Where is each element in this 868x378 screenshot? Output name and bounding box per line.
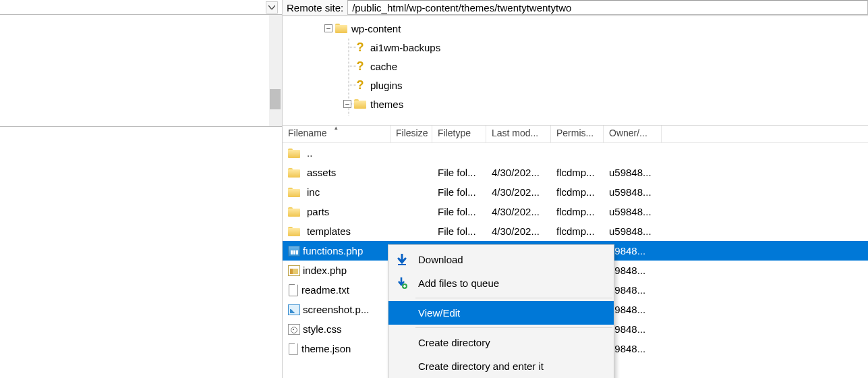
css-icon — [288, 324, 300, 335]
add-to-queue-icon — [395, 277, 409, 290]
file-list-header[interactable]: ▴ Filename Filesize Filetype Last mod...… — [283, 126, 868, 143]
folder-icon — [288, 207, 300, 217]
txt-icon — [288, 284, 299, 296]
column-filename[interactable]: ▴ Filename — [283, 126, 390, 142]
file-type: File fol... — [432, 225, 486, 237]
menu-view-edit-label: View/Edit — [418, 307, 460, 319]
tree-node-label: wp-content — [351, 23, 401, 34]
file-permissions: flcdmp... — [551, 167, 604, 178]
local-tree[interactable] — [0, 15, 282, 126]
folder-icon — [335, 24, 347, 33]
tree-node-label: cache — [370, 61, 397, 72]
tree-node-themes[interactable]: −themes — [283, 94, 868, 113]
file-icon — [288, 343, 299, 355]
local-file-list[interactable] — [0, 126, 282, 378]
file-owner: u59848... — [604, 186, 662, 198]
file-name: .. — [307, 147, 312, 159]
file-type: File fol... — [432, 186, 486, 198]
file-row[interactable]: partsFile fol...4/30/202...flcdmp...u598… — [283, 202, 868, 221]
file-owner: u59848... — [604, 167, 662, 178]
file-permissions: flcdmp... — [551, 206, 604, 217]
expander-icon[interactable]: − — [343, 100, 351, 108]
file-row[interactable]: .. — [283, 143, 868, 163]
column-filename-label: Filename — [288, 128, 327, 138]
tree-node-cache[interactable]: ?cache — [283, 57, 868, 76]
file-name: index.php — [303, 265, 347, 276]
file-modified: 4/30/202... — [486, 186, 551, 198]
tree-node-label: ai1wm-backups — [370, 42, 440, 53]
menu-download-label: Download — [418, 254, 463, 265]
remote-tree[interactable]: −wp-content?ai1wm-backups?cache?plugins−… — [283, 16, 868, 126]
menu-create-directory-enter-label: Create directory and enter it — [418, 360, 544, 372]
file-name: parts — [307, 206, 329, 217]
tree-node-wp-content[interactable]: −wp-content — [283, 19, 868, 38]
file-permissions: flcdmp... — [551, 186, 604, 198]
file-owner: u59848... — [604, 206, 662, 217]
local-site-bar — [0, 0, 282, 15]
tree-node-ai1wm-backups[interactable]: ?ai1wm-backups — [283, 38, 868, 57]
remote-site-bar: Remote site: — [283, 0, 868, 16]
file-type: File fol... — [432, 206, 486, 217]
file-modified: 4/30/202... — [486, 167, 551, 178]
remote-path-input[interactable] — [347, 0, 868, 15]
local-path-dropdown[interactable] — [266, 1, 278, 14]
menu-separator — [415, 327, 612, 328]
sort-ascending-icon: ▴ — [335, 126, 338, 131]
column-filetype[interactable]: Filetype — [432, 126, 486, 142]
file-name: style.css — [303, 323, 342, 335]
expander-icon[interactable]: − — [324, 24, 332, 32]
folder-icon — [354, 99, 366, 109]
unknown-icon: ? — [354, 60, 366, 72]
menu-create-directory-enter[interactable]: Create directory and enter it — [388, 354, 614, 378]
tree-node-plugins[interactable]: ?plugins — [283, 76, 868, 94]
menu-add-to-queue[interactable]: Add files to queue — [388, 271, 614, 295]
menu-download[interactable]: Download — [388, 248, 614, 271]
file-permissions: flcdmp... — [551, 225, 604, 237]
folder-icon — [288, 168, 300, 178]
column-owner[interactable]: Owner/... — [604, 126, 662, 142]
php2-icon — [288, 265, 300, 276]
file-name: readme.txt — [301, 284, 349, 296]
folder-icon — [288, 227, 300, 236]
svg-rect-6 — [398, 264, 406, 265]
menu-create-directory[interactable]: Create directory — [388, 331, 614, 354]
file-name: assets — [307, 167, 336, 178]
file-owner: u59848... — [604, 225, 662, 237]
file-row[interactable]: incFile fol...4/30/202...flcdmp...u59848… — [283, 182, 868, 202]
column-last-modified[interactable]: Last mod... — [486, 126, 551, 142]
menu-add-to-queue-label: Add files to queue — [418, 277, 499, 289]
file-modified: 4/30/202... — [486, 206, 551, 217]
local-tree-scrollbar[interactable] — [269, 15, 281, 126]
file-type: File fol... — [432, 167, 486, 178]
context-menu[interactable]: Download Add files to queue View/Edit Cr… — [388, 244, 614, 378]
file-name: templates — [307, 225, 351, 237]
unknown-icon: ? — [354, 79, 366, 91]
tree-node-label: plugins — [370, 80, 403, 91]
php-icon — [288, 246, 300, 256]
img-icon — [288, 304, 300, 315]
column-filesize[interactable]: Filesize — [390, 126, 432, 142]
file-modified: 4/30/202... — [486, 225, 551, 237]
scrollbar-thumb[interactable] — [270, 89, 281, 109]
unknown-icon: ? — [354, 41, 366, 53]
file-name: inc — [307, 186, 320, 198]
remote-site-label: Remote site: — [283, 0, 347, 16]
file-name: functions.php — [303, 245, 363, 256]
file-row[interactable]: templatesFile fol...4/30/202...flcdmp...… — [283, 221, 868, 241]
menu-create-directory-label: Create directory — [418, 337, 490, 348]
column-permissions[interactable]: Permis... — [551, 126, 604, 142]
menu-view-edit[interactable]: View/Edit — [388, 301, 614, 325]
file-name: theme.json — [301, 343, 351, 354]
download-icon — [395, 253, 409, 267]
tree-node-label: themes — [370, 99, 403, 110]
folder-icon — [288, 188, 300, 197]
menu-separator — [415, 298, 612, 298]
folder-icon — [288, 148, 300, 158]
file-name: screenshot.p... — [303, 304, 369, 315]
file-row[interactable]: assetsFile fol...4/30/202...flcdmp...u59… — [283, 163, 868, 182]
local-pane — [0, 0, 282, 378]
